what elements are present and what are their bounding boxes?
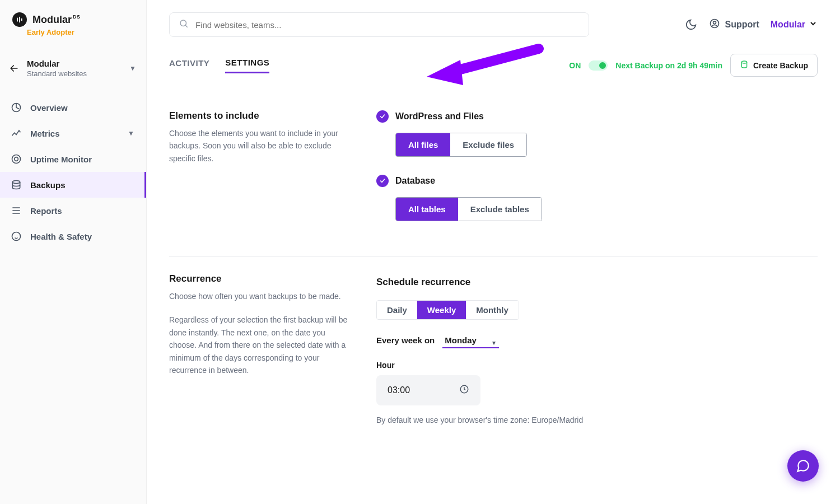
database-label: Database xyxy=(395,176,435,186)
backup-status-on: ON xyxy=(569,61,581,70)
search-box[interactable] xyxy=(169,12,589,37)
tab-activity[interactable]: ACTIVITY xyxy=(169,58,209,72)
nav-uptime[interactable]: Uptime Monitor xyxy=(0,146,146,172)
nav-label: Backups xyxy=(30,180,66,190)
theme-toggle-icon[interactable] xyxy=(684,18,698,31)
logo-icon xyxy=(12,12,27,27)
account-dropdown[interactable]: Modular xyxy=(771,19,818,30)
hour-label: Hour xyxy=(376,361,818,370)
breadcrumb[interactable]: Modular Standard websites ▼ xyxy=(0,53,146,87)
wordpress-check-row[interactable]: WordPress and Files xyxy=(376,110,818,123)
svg-point-11 xyxy=(741,61,746,63)
uptime-icon xyxy=(10,153,22,165)
recurrence-desc1: Choose how often you want backups to be … xyxy=(169,290,348,302)
chevron-down-icon xyxy=(809,19,818,30)
nav-label: Metrics xyxy=(30,129,60,138)
back-arrow-icon[interactable] xyxy=(8,62,20,74)
frequency-group: Daily Weekly Monthly xyxy=(376,300,519,320)
exclude-files-segment[interactable]: Exclude files xyxy=(450,133,526,156)
nav-reports[interactable]: Reports xyxy=(0,198,146,223)
nav-label: Overview xyxy=(30,103,68,113)
metrics-icon xyxy=(10,127,22,139)
recurrence-title: Recurrence xyxy=(169,273,348,284)
reports-icon xyxy=(10,204,22,217)
brand-ds: DS xyxy=(73,14,81,20)
search-input[interactable] xyxy=(195,20,580,30)
check-icon xyxy=(376,175,389,187)
all-files-segment[interactable]: All files xyxy=(396,133,450,156)
clock-icon xyxy=(459,384,469,396)
backup-toggle[interactable] xyxy=(589,60,608,71)
sidebar: ModularDS Early Adopter Modular Standard… xyxy=(0,0,147,504)
tables-segment-group: All tables Exclude tables xyxy=(395,197,542,221)
account-label: Modular xyxy=(771,20,805,30)
nav-metrics[interactable]: Metrics ▼ xyxy=(0,120,146,146)
overview-icon xyxy=(10,101,22,114)
nav-overview[interactable]: Overview xyxy=(0,95,146,120)
schedule-title: Schedule recurrence xyxy=(376,273,818,288)
support-link[interactable]: Support xyxy=(709,18,759,31)
brand-tagline: Early Adopter xyxy=(0,28,146,36)
nav-label: Reports xyxy=(30,206,62,216)
hour-value: 03:00 xyxy=(388,385,410,395)
recurrence-desc2: Regardless of your selection the first b… xyxy=(169,314,348,376)
backups-icon xyxy=(10,179,22,191)
svg-rect-1 xyxy=(19,17,20,23)
freq-daily[interactable]: Daily xyxy=(377,301,417,319)
chat-fab[interactable] xyxy=(787,450,819,482)
tab-settings[interactable]: SETTINGS xyxy=(225,58,269,73)
svg-point-6 xyxy=(12,181,20,184)
logo: ModularDS xyxy=(0,0,146,29)
topbar: Support Modular xyxy=(147,0,840,46)
backup-icon xyxy=(740,60,749,71)
svg-point-8 xyxy=(180,20,186,26)
nav-backups[interactable]: Backups xyxy=(0,172,146,198)
nav: Overview Metrics ▼ Uptime Monitor Backup… xyxy=(0,87,146,249)
exclude-tables-segment[interactable]: Exclude tables xyxy=(458,198,542,221)
chevron-down-icon[interactable]: ▼ xyxy=(129,64,136,72)
chevron-down-icon: ▼ xyxy=(128,129,134,137)
hour-input[interactable]: 03:00 xyxy=(376,375,480,405)
check-icon xyxy=(376,110,389,123)
svg-rect-2 xyxy=(21,18,22,21)
breadcrumb-subtitle: Standard websites xyxy=(27,69,123,78)
health-icon xyxy=(10,230,22,242)
wordpress-label: WordPress and Files xyxy=(395,111,484,122)
tabs-row: ACTIVITY SETTINGS ON Next Backup on 2d 9… xyxy=(147,46,840,82)
svg-point-5 xyxy=(15,157,18,161)
svg-point-4 xyxy=(12,155,21,164)
next-backup-text: Next Backup on 2d 9h 49min xyxy=(615,61,722,70)
freq-monthly[interactable]: Monthly xyxy=(466,301,519,319)
svg-point-10 xyxy=(713,21,716,24)
freq-weekly[interactable]: Weekly xyxy=(417,301,466,319)
day-select[interactable]: Monday xyxy=(442,333,499,348)
section-elements: Elements to include Choose the elements … xyxy=(169,110,818,256)
main: Support Modular ACTIVITY SETTINGS ON Nex… xyxy=(147,0,840,504)
nav-label: Uptime Monitor xyxy=(30,155,92,164)
every-week-label: Every week on xyxy=(376,335,435,345)
section-recurrence: Recurrence Choose how often you want bac… xyxy=(169,256,818,441)
elements-desc: Choose the elements you want to include … xyxy=(169,127,348,165)
search-icon xyxy=(179,18,189,31)
svg-rect-0 xyxy=(17,18,18,22)
all-tables-segment[interactable]: All tables xyxy=(396,198,458,221)
brand-name: Modular xyxy=(32,14,72,25)
support-icon xyxy=(709,18,720,31)
svg-point-7 xyxy=(12,232,21,241)
breadcrumb-title: Modular xyxy=(27,59,123,68)
create-backup-button[interactable]: Create Backup xyxy=(730,54,818,77)
database-check-row[interactable]: Database xyxy=(376,175,818,187)
nav-label: Health & Safety xyxy=(30,232,92,241)
files-segment-group: All files Exclude files xyxy=(395,133,527,157)
nav-health[interactable]: Health & Safety xyxy=(0,223,146,249)
timezone-note: By default we use your browser's time zo… xyxy=(376,416,818,424)
elements-title: Elements to include xyxy=(169,110,348,122)
support-label: Support xyxy=(725,20,759,30)
create-backup-label: Create Backup xyxy=(753,61,808,70)
